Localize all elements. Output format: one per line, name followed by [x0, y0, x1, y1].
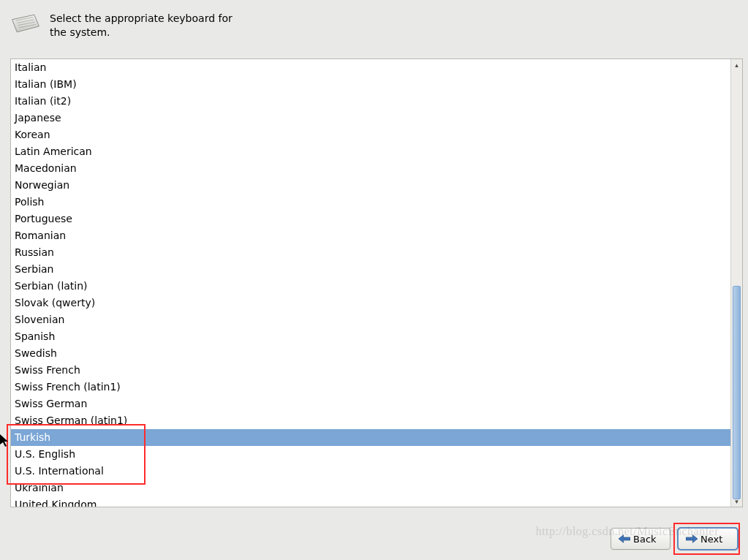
- footer: Back Next: [0, 518, 748, 560]
- list-item[interactable]: Japanese: [11, 110, 730, 126]
- scrollbar[interactable]: ▴ ▾: [730, 59, 742, 507]
- list-item[interactable]: Norwegian: [11, 177, 730, 194]
- scroll-down-arrow[interactable]: ▾: [731, 496, 742, 507]
- list-item[interactable]: Romanian: [11, 227, 730, 244]
- list-item[interactable]: Italian: [11, 59, 730, 76]
- svg-marker-5: [619, 535, 630, 543]
- list-item[interactable]: Swiss French (latin1): [11, 379, 730, 396]
- list-item[interactable]: U.S. International: [11, 463, 730, 480]
- keyboard-listbox[interactable]: ItalianItalian (IBM)Italian (it2)Japanes…: [10, 58, 743, 507]
- svg-marker-0: [12, 15, 39, 32]
- list-item[interactable]: Swiss French: [11, 362, 730, 379]
- list-item[interactable]: Swiss German (latin1): [11, 412, 730, 429]
- list-item[interactable]: Serbian: [11, 261, 730, 278]
- list-item[interactable]: Ukrainian: [11, 480, 730, 496]
- back-button-label: Back: [633, 534, 657, 545]
- list-item[interactable]: Polish: [11, 194, 730, 211]
- back-button[interactable]: Back: [611, 528, 670, 550]
- svg-marker-6: [686, 535, 698, 543]
- list-item[interactable]: Italian (it2): [11, 93, 730, 110]
- list-item[interactable]: Swiss German: [11, 396, 730, 412]
- scroll-up-arrow[interactable]: ▴: [731, 59, 742, 70]
- next-button[interactable]: Next: [678, 528, 738, 550]
- keyboard-list[interactable]: ItalianItalian (IBM)Italian (it2)Japanes…: [11, 59, 730, 507]
- next-button-label: Next: [700, 534, 722, 545]
- list-item[interactable]: Portuguese: [11, 211, 730, 227]
- mouse-cursor-icon: [0, 434, 9, 447]
- list-item[interactable]: Swedish: [11, 345, 730, 362]
- list-item[interactable]: Latin American: [11, 143, 730, 160]
- svg-marker-7: [0, 434, 8, 447]
- list-item[interactable]: Russian: [11, 244, 730, 261]
- list-item[interactable]: United Kingdom: [11, 496, 730, 507]
- list-item[interactable]: Italian (IBM): [11, 76, 730, 93]
- instruction-text: Select the appropriate keyboard for the …: [50, 10, 240, 39]
- scroll-thumb[interactable]: [733, 286, 741, 499]
- arrow-right-icon: [686, 534, 698, 543]
- list-item[interactable]: Turkish: [11, 429, 730, 446]
- list-item[interactable]: Korean: [11, 126, 730, 143]
- list-item[interactable]: Macedonian: [11, 160, 730, 177]
- list-item[interactable]: Slovak (qwerty): [11, 295, 730, 311]
- arrow-left-icon: [619, 534, 630, 543]
- keyboard-icon: [10, 10, 41, 37]
- list-item[interactable]: Serbian (latin): [11, 278, 730, 295]
- header: Select the appropriate keyboard for the …: [0, 0, 748, 45]
- list-item[interactable]: Slovenian: [11, 311, 730, 328]
- list-item[interactable]: Spanish: [11, 328, 730, 345]
- list-item[interactable]: U.S. English: [11, 446, 730, 463]
